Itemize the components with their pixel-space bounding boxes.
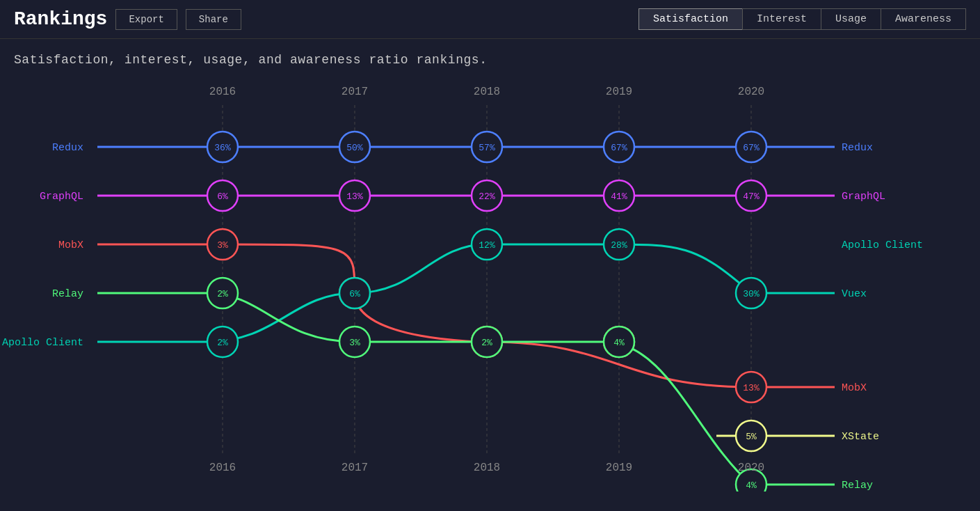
svg-text:6%: 6% bbox=[217, 191, 228, 202]
tab-bar: Satisfaction Interest Usage Awareness bbox=[639, 8, 966, 30]
svg-text:5%: 5% bbox=[746, 432, 757, 442]
svg-text:GraphQL: GraphQL bbox=[842, 191, 885, 203]
svg-text:2%: 2% bbox=[217, 289, 228, 299]
svg-text:Redux: Redux bbox=[52, 142, 83, 154]
svg-text:XState: XState bbox=[842, 431, 879, 443]
rankings-chart: 2016 2017 2018 2019 2020 36% 50% 57% 67%… bbox=[0, 74, 980, 492]
svg-text:Relay: Relay bbox=[52, 288, 83, 300]
svg-text:2020: 2020 bbox=[738, 462, 764, 474]
svg-text:6%: 6% bbox=[349, 289, 360, 299]
page-title: Rankings bbox=[14, 8, 107, 30]
tab-usage[interactable]: Usage bbox=[821, 8, 881, 30]
svg-text:Redux: Redux bbox=[842, 142, 873, 154]
svg-text:MobX: MobX bbox=[842, 382, 867, 394]
export-button[interactable]: Export bbox=[115, 9, 177, 30]
svg-text:22%: 22% bbox=[479, 191, 495, 202]
svg-text:MobX: MobX bbox=[58, 239, 83, 251]
svg-text:2018: 2018 bbox=[474, 462, 500, 474]
page-header: Rankings Export Share Satisfaction Inter… bbox=[0, 0, 980, 39]
svg-text:47%: 47% bbox=[743, 191, 760, 202]
svg-text:Vuex: Vuex bbox=[842, 288, 867, 300]
svg-text:12%: 12% bbox=[479, 240, 495, 251]
svg-text:2017: 2017 bbox=[342, 86, 368, 98]
svg-text:57%: 57% bbox=[479, 143, 495, 153]
svg-text:4%: 4% bbox=[746, 480, 757, 491]
subtitle-text: Satisfaction, interest, usage, and aware… bbox=[0, 39, 980, 74]
svg-text:GraphQL: GraphQL bbox=[40, 191, 83, 203]
tab-satisfaction[interactable]: Satisfaction bbox=[638, 8, 743, 30]
svg-text:2017: 2017 bbox=[342, 462, 368, 474]
svg-text:30%: 30% bbox=[743, 289, 760, 299]
svg-text:67%: 67% bbox=[611, 143, 627, 153]
header-left: Rankings Export Share bbox=[14, 8, 241, 30]
svg-text:4%: 4% bbox=[613, 338, 625, 348]
svg-text:67%: 67% bbox=[743, 143, 760, 153]
svg-text:2%: 2% bbox=[217, 338, 228, 348]
svg-text:36%: 36% bbox=[214, 143, 231, 153]
svg-text:2019: 2019 bbox=[606, 86, 632, 98]
svg-text:2018: 2018 bbox=[474, 86, 500, 98]
chart-area: 2016 2017 2018 2019 2020 36% 50% 57% 67%… bbox=[0, 74, 980, 492]
svg-text:3%: 3% bbox=[217, 240, 228, 251]
svg-text:13%: 13% bbox=[346, 191, 363, 202]
svg-text:2016: 2016 bbox=[209, 462, 236, 474]
svg-text:Apollo Client: Apollo Client bbox=[2, 337, 83, 349]
svg-text:2016: 2016 bbox=[209, 86, 236, 98]
svg-text:28%: 28% bbox=[611, 240, 627, 251]
svg-text:Apollo Client: Apollo Client bbox=[842, 239, 923, 251]
svg-text:2020: 2020 bbox=[738, 86, 764, 98]
tab-interest[interactable]: Interest bbox=[742, 8, 821, 30]
svg-text:3%: 3% bbox=[349, 338, 360, 348]
svg-text:41%: 41% bbox=[611, 191, 627, 202]
svg-text:2%: 2% bbox=[481, 338, 492, 348]
svg-text:2019: 2019 bbox=[606, 462, 632, 474]
svg-text:13%: 13% bbox=[743, 383, 760, 393]
svg-text:50%: 50% bbox=[346, 143, 363, 153]
share-button[interactable]: Share bbox=[186, 9, 241, 30]
svg-text:Relay: Relay bbox=[842, 480, 873, 492]
tab-awareness[interactable]: Awareness bbox=[881, 8, 966, 30]
